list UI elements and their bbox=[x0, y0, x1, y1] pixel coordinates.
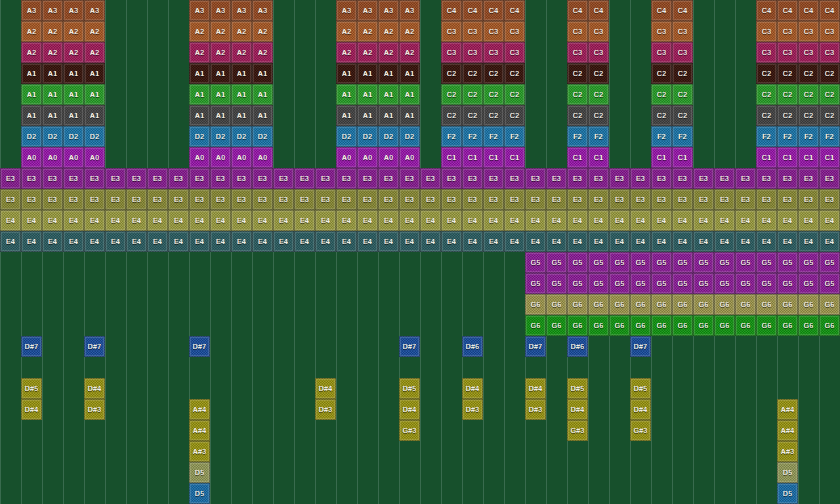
note-cell-g6[interactable]: G6 bbox=[714, 294, 735, 315]
note-cell-e4[interactable]: E4 bbox=[567, 231, 588, 252]
note-cell-d2[interactable]: D2 bbox=[210, 126, 231, 147]
note-cell-g5[interactable]: G5 bbox=[588, 252, 609, 273]
note-cell-c2[interactable]: C2 bbox=[672, 84, 693, 105]
note-cell-ds5[interactable]: D#5 bbox=[567, 378, 588, 399]
note-cell-a3[interactable]: A3 bbox=[21, 0, 42, 21]
note-cell-c4[interactable]: C4 bbox=[567, 0, 588, 21]
note-cell-g5[interactable]: G5 bbox=[630, 252, 651, 273]
note-cell-g6[interactable]: G6 bbox=[546, 315, 567, 336]
note-cell-g6[interactable]: G6 bbox=[756, 294, 777, 315]
note-cell-g5[interactable]: G5 bbox=[672, 273, 693, 294]
note-cell-c1[interactable]: C1 bbox=[777, 147, 798, 168]
note-cell-e4[interactable]: E4 bbox=[231, 210, 252, 231]
note-cell-e3[interactable]: E3 bbox=[126, 168, 147, 189]
note-cell-g5[interactable]: G5 bbox=[693, 273, 714, 294]
note-cell-g6[interactable]: G6 bbox=[630, 315, 651, 336]
note-cell-c1[interactable]: C1 bbox=[567, 147, 588, 168]
note-cell-e4[interactable]: E4 bbox=[756, 231, 777, 252]
note-cell-e4[interactable]: E4 bbox=[441, 210, 462, 231]
note-cell-ds7[interactable]: D#7 bbox=[399, 336, 420, 357]
note-cell-f2[interactable]: F2 bbox=[504, 126, 525, 147]
note-cell-c2[interactable]: C2 bbox=[588, 63, 609, 84]
note-cell-d2[interactable]: D2 bbox=[231, 126, 252, 147]
note-cell-f2[interactable]: F2 bbox=[588, 126, 609, 147]
note-cell-c2[interactable]: C2 bbox=[798, 84, 819, 105]
note-cell-e4[interactable]: E4 bbox=[210, 231, 231, 252]
note-cell-g5[interactable]: G5 bbox=[651, 252, 672, 273]
note-cell-e3[interactable]: E3 bbox=[168, 189, 189, 210]
note-cell-c3[interactable]: C3 bbox=[483, 42, 504, 63]
note-cell-ds5[interactable]: D#5 bbox=[630, 378, 651, 399]
note-cell-g5[interactable]: G5 bbox=[756, 273, 777, 294]
note-cell-a1[interactable]: A1 bbox=[378, 84, 399, 105]
note-cell-e3[interactable]: E3 bbox=[630, 189, 651, 210]
note-cell-as4[interactable]: A#4 bbox=[189, 399, 210, 420]
note-cell-a3[interactable]: A3 bbox=[357, 0, 378, 21]
note-cell-e3[interactable]: E3 bbox=[273, 189, 294, 210]
note-cell-c2[interactable]: C2 bbox=[756, 84, 777, 105]
note-cell-e4[interactable]: E4 bbox=[693, 231, 714, 252]
note-cell-f2[interactable]: F2 bbox=[798, 126, 819, 147]
note-cell-gs3[interactable]: G#3 bbox=[630, 420, 651, 441]
note-cell-a2[interactable]: A2 bbox=[210, 42, 231, 63]
note-cell-c3[interactable]: C3 bbox=[756, 42, 777, 63]
note-cell-e4[interactable]: E4 bbox=[168, 231, 189, 252]
note-cell-ds3[interactable]: D#3 bbox=[315, 399, 336, 420]
note-cell-e4[interactable]: E4 bbox=[399, 231, 420, 252]
note-cell-a1[interactable]: A1 bbox=[336, 63, 357, 84]
note-cell-a2[interactable]: A2 bbox=[252, 42, 273, 63]
note-cell-e3[interactable]: E3 bbox=[189, 168, 210, 189]
note-cell-a1[interactable]: A1 bbox=[42, 105, 63, 126]
note-cell-e4[interactable]: E4 bbox=[483, 210, 504, 231]
note-cell-e3[interactable]: E3 bbox=[399, 168, 420, 189]
note-cell-c1[interactable]: C1 bbox=[651, 147, 672, 168]
note-cell-c3[interactable]: C3 bbox=[588, 42, 609, 63]
note-cell-e3[interactable]: E3 bbox=[231, 189, 252, 210]
note-cell-e3[interactable]: E3 bbox=[231, 168, 252, 189]
note-cell-e3[interactable]: E3 bbox=[147, 189, 168, 210]
note-cell-g5[interactable]: G5 bbox=[756, 252, 777, 273]
note-cell-e3[interactable]: E3 bbox=[210, 168, 231, 189]
note-cell-g5[interactable]: G5 bbox=[546, 273, 567, 294]
note-cell-c1[interactable]: C1 bbox=[819, 147, 840, 168]
note-cell-c3[interactable]: C3 bbox=[504, 21, 525, 42]
note-cell-c1[interactable]: C1 bbox=[462, 147, 483, 168]
note-cell-d5[interactable]: D5 bbox=[777, 462, 798, 483]
note-cell-ds4[interactable]: D#4 bbox=[567, 399, 588, 420]
note-cell-a1[interactable]: A1 bbox=[252, 63, 273, 84]
note-cell-g6[interactable]: G6 bbox=[588, 315, 609, 336]
note-cell-e3[interactable]: E3 bbox=[651, 168, 672, 189]
note-cell-e4[interactable]: E4 bbox=[588, 210, 609, 231]
note-cell-c3[interactable]: C3 bbox=[798, 21, 819, 42]
note-cell-a1[interactable]: A1 bbox=[189, 63, 210, 84]
note-cell-c2[interactable]: C2 bbox=[777, 105, 798, 126]
note-cell-c4[interactable]: C4 bbox=[441, 0, 462, 21]
note-cell-g5[interactable]: G5 bbox=[819, 252, 840, 273]
note-cell-g6[interactable]: G6 bbox=[798, 315, 819, 336]
note-cell-a3[interactable]: A3 bbox=[336, 0, 357, 21]
note-cell-ds4[interactable]: D#4 bbox=[525, 378, 546, 399]
note-cell-g6[interactable]: G6 bbox=[567, 294, 588, 315]
note-cell-ds3[interactable]: D#3 bbox=[84, 399, 105, 420]
note-cell-c2[interactable]: C2 bbox=[819, 63, 840, 84]
note-cell-e3[interactable]: E3 bbox=[399, 189, 420, 210]
note-cell-e4[interactable]: E4 bbox=[798, 231, 819, 252]
note-cell-c2[interactable]: C2 bbox=[588, 84, 609, 105]
note-cell-e4[interactable]: E4 bbox=[0, 231, 21, 252]
note-cell-d2[interactable]: D2 bbox=[42, 126, 63, 147]
note-cell-c2[interactable]: C2 bbox=[441, 63, 462, 84]
note-cell-e3[interactable]: E3 bbox=[567, 168, 588, 189]
note-cell-g5[interactable]: G5 bbox=[735, 273, 756, 294]
note-cell-e4[interactable]: E4 bbox=[273, 231, 294, 252]
note-cell-c3[interactable]: C3 bbox=[819, 42, 840, 63]
note-cell-a2[interactable]: A2 bbox=[399, 21, 420, 42]
note-cell-e4[interactable]: E4 bbox=[42, 210, 63, 231]
note-cell-e3[interactable]: E3 bbox=[819, 189, 840, 210]
note-cell-c4[interactable]: C4 bbox=[588, 0, 609, 21]
note-cell-e4[interactable]: E4 bbox=[546, 210, 567, 231]
note-cell-ds4[interactable]: D#4 bbox=[315, 378, 336, 399]
note-cell-c3[interactable]: C3 bbox=[462, 21, 483, 42]
note-cell-g5[interactable]: G5 bbox=[525, 273, 546, 294]
note-cell-e4[interactable]: E4 bbox=[525, 210, 546, 231]
note-cell-g6[interactable]: G6 bbox=[798, 294, 819, 315]
